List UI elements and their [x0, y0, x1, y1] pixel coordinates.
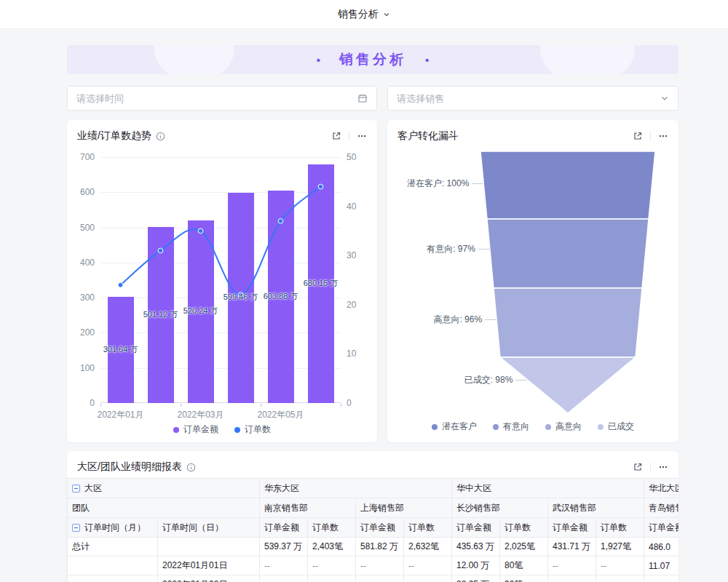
sales-filter[interactable]: [387, 86, 678, 111]
collapse-icon[interactable]: [72, 485, 80, 493]
value-cell: 539.37 万: [260, 538, 308, 557]
team-header: 南京销售部: [260, 498, 356, 518]
value-cell: --: [596, 575, 644, 582]
funnel-legend-item[interactable]: 高意向: [545, 420, 582, 433]
export-icon[interactable]: [633, 462, 643, 472]
value-cell: 90笔: [500, 575, 548, 582]
more-icon[interactable]: [357, 131, 367, 141]
line-path: [121, 187, 321, 295]
value-cell: --: [308, 575, 356, 582]
x-axis-tick: [181, 404, 181, 407]
cell-text: 431.71 万: [553, 541, 590, 551]
info-icon[interactable]: [156, 132, 165, 141]
cell-text: --: [264, 561, 270, 571]
measure-header: 订单数: [308, 518, 356, 538]
more-icon[interactable]: [658, 131, 668, 141]
funnel-stage-label: 有意向: 97%: [399, 243, 475, 255]
funnel-legend-item[interactable]: 有意向: [493, 420, 529, 433]
calendar-icon: [357, 93, 368, 103]
measure-header: 订单数: [500, 518, 548, 538]
value-cell: --: [404, 575, 452, 582]
dashboard-switcher[interactable]: 销售分析: [338, 8, 390, 21]
table-card-header: 大区/团队业绩明细报表: [67, 451, 678, 478]
team-header: 青岛销售部: [644, 498, 679, 518]
cell-text: --: [264, 580, 270, 582]
banner-decoration-right: [540, 45, 635, 74]
funnel-card-actions: [633, 131, 668, 141]
line-dot: [158, 248, 163, 253]
time-filter[interactable]: [67, 86, 377, 111]
table-scroll-area[interactable]: 大区华东大区华中大区华北大区团队南京销售部上海销售部长沙销售部武汉销售部青岛销售…: [67, 478, 678, 582]
value-cell: --: [596, 557, 644, 575]
cell-text: 订单数: [312, 522, 339, 533]
x-axis-label: 2022年03月: [177, 409, 223, 421]
region-row-header: 大区: [68, 479, 260, 498]
table-card-actions: [633, 462, 668, 472]
cell-text: 订单金额: [264, 522, 299, 533]
month-cell: 总计: [68, 538, 158, 557]
cell-text: 11.07: [649, 561, 670, 571]
cell-text: 581.82 万: [360, 541, 398, 551]
legend-label: 高意向: [555, 420, 582, 433]
trend-chart-card: 业绩/订单数趋势 301.64 万501.12 万520.24 万599.46 …: [67, 120, 377, 442]
cell-text: 订单金额: [456, 522, 491, 533]
cell-text: 订单时间（月）: [84, 522, 146, 533]
table-row: 2022年01月02日--------22.05 万90笔----: [68, 575, 679, 582]
month-cell: [68, 557, 158, 575]
funnel-stage-label: 高意向: 96%: [399, 314, 482, 326]
collapse-icon[interactable]: [72, 524, 80, 532]
funnel-segment-2: [487, 219, 649, 288]
legend-marker: [493, 424, 499, 430]
y-axis-left-label: 700: [76, 152, 95, 162]
x-axis-tick: [341, 404, 341, 407]
cell-text: 2022年01月01日: [162, 560, 227, 570]
cell-text: 订单金额: [649, 522, 678, 533]
x-axis-tick: [261, 404, 261, 407]
day-column-header: 订单时间（日）: [158, 518, 260, 538]
legend-marker: [432, 424, 438, 430]
trend-card-title: 业绩/订单数趋势: [77, 129, 165, 143]
funnel-segment-4: [500, 357, 636, 413]
legend-label: 订单数: [245, 423, 271, 436]
trend-card-header: 业绩/订单数趋势: [67, 120, 377, 147]
line-dot: [118, 282, 123, 287]
export-icon[interactable]: [633, 131, 643, 141]
table-card-title-text: 大区/团队业绩明细报表: [77, 461, 182, 474]
value-cell: --: [260, 557, 308, 575]
funnel-legend-item[interactable]: 已成交: [598, 420, 634, 433]
day-cell: 2022年01月02日: [158, 575, 260, 582]
y-axis-left-label: 0: [76, 398, 95, 408]
export-icon[interactable]: [331, 131, 341, 141]
cell-text: 2,025笔: [505, 541, 535, 551]
cell-text: 华北大区: [649, 483, 678, 493]
team-header: 长沙销售部: [452, 498, 548, 518]
measure-header: 订单数: [404, 518, 452, 538]
funnel-legend-item[interactable]: 潜在客户: [432, 420, 477, 433]
legend-label: 潜在客户: [442, 420, 477, 433]
cell-text: 486.0: [649, 542, 670, 552]
info-icon[interactable]: [186, 463, 196, 472]
region-header: 华东大区: [260, 479, 452, 498]
sales-filter-input[interactable]: [397, 93, 654, 104]
bar-value-label: 520.24 万: [183, 306, 218, 316]
value-cell: 431.71 万: [548, 538, 596, 557]
more-icon[interactable]: [658, 462, 668, 472]
value-cell: 486.0: [644, 538, 679, 557]
funnel-segment-1: [480, 151, 655, 219]
bar-value-label: 501.12 万: [143, 309, 178, 320]
value-cell: --: [548, 575, 596, 582]
cell-text: 订单数: [505, 522, 531, 533]
measure-header: 订单金额: [644, 518, 679, 538]
funnel-chart-card: 客户转化漏斗 潜在客户: 100%有意向: 97%高意向: 96%已成交: 98…: [387, 120, 678, 442]
y-axis-left-label: 600: [76, 187, 95, 197]
cell-text: --: [408, 580, 414, 582]
value-cell: --: [260, 575, 308, 582]
trend-legend-item[interactable]: 订单数: [234, 423, 271, 436]
trend-card-title-text: 业绩/订单数趋势: [77, 129, 151, 143]
trend-legend: 订单金额订单数: [67, 423, 377, 436]
table-card-title: 大区/团队业绩明细报表: [77, 461, 196, 474]
table-row: 总计539.37 万2,403笔581.82 万2,632笔435.63 万2,…: [68, 538, 679, 557]
time-filter-input[interactable]: [76, 93, 352, 104]
line-dot: [318, 184, 323, 189]
trend-legend-item[interactable]: 订单金额: [173, 423, 218, 436]
